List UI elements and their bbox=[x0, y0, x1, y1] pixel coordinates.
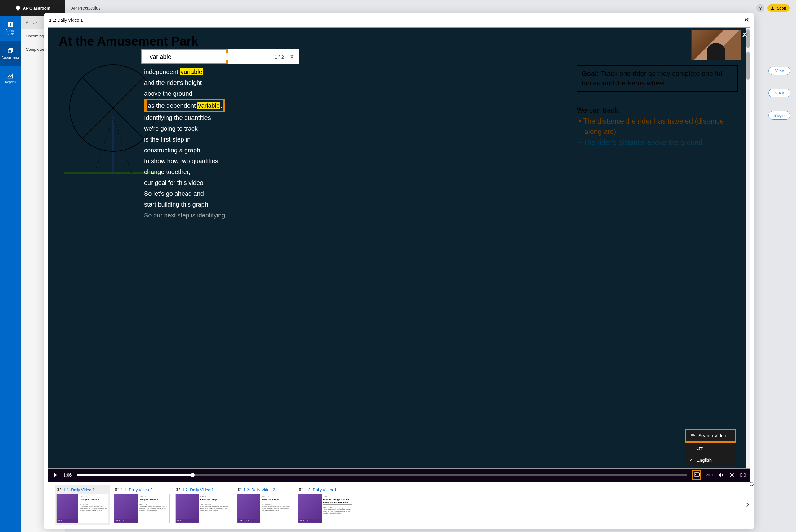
pip-close-button[interactable]: ✕ bbox=[741, 30, 748, 40]
thumb-image: AP Precalculus TOPIC 1.1Change In Tandem… bbox=[56, 494, 108, 523]
thumb-title: 1.2: Daily Video 1 bbox=[182, 488, 214, 492]
captions-menu: Search Video Off ✓English bbox=[685, 429, 736, 466]
nav-label: Course Guide bbox=[1, 29, 20, 36]
video-thumb[interactable]: 1.2: Daily Video 1 AP Precalculus TOPIC … bbox=[175, 487, 231, 523]
video-thumb[interactable]: 1.1: Daily Video 1 AP Precalculus TOPIC … bbox=[55, 485, 110, 525]
side-actions: View View Begin bbox=[769, 66, 791, 119]
user-name: Scott bbox=[777, 6, 786, 11]
video-thumbnails: 1.1: Daily Video 1 AP Precalculus TOPIC … bbox=[44, 481, 754, 529]
svg-rect-20 bbox=[741, 473, 745, 477]
thumb-image: AP Precalculus TOPIC 1.3Rates of Change … bbox=[298, 494, 354, 523]
audio-description-button[interactable]: AD bbox=[706, 472, 712, 478]
highlight: variable bbox=[180, 69, 203, 75]
rewatch-icon bbox=[749, 481, 754, 487]
stack-icon bbox=[7, 48, 14, 55]
nav-label: Assignments bbox=[2, 56, 19, 59]
cc-off[interactable]: Off bbox=[685, 442, 736, 454]
cc-label: Off bbox=[697, 445, 703, 451]
cc-button[interactable]: CC bbox=[692, 470, 702, 480]
nav-assignments[interactable]: Assignments bbox=[0, 41, 21, 65]
person-icon bbox=[114, 487, 119, 492]
video-controls: 1:06 CC AD bbox=[48, 469, 751, 481]
thumbs-next-button[interactable] bbox=[745, 502, 751, 509]
thumb-image: AP Precalculus TOPIC 1.1Change In Tandem… bbox=[114, 494, 170, 523]
highlight: variable bbox=[197, 102, 220, 109]
cc-label: Search Video bbox=[698, 433, 726, 438]
nav-label: Reports bbox=[5, 80, 16, 84]
progress-bar[interactable] bbox=[76, 474, 687, 476]
transcript-search-input[interactable] bbox=[150, 53, 228, 60]
view-button[interactable]: View bbox=[769, 66, 791, 75]
transcript: independent variable and the rider's hei… bbox=[141, 66, 265, 221]
person-icon bbox=[56, 487, 61, 492]
picture-in-picture[interactable] bbox=[691, 30, 741, 60]
left-nav: Course Guide Assignments Reports bbox=[0, 0, 21, 532]
play-button[interactable] bbox=[52, 472, 58, 478]
thumb-title: 1.1: Daily Video 2 bbox=[121, 488, 152, 492]
list-icon bbox=[690, 433, 695, 438]
modal-close-button[interactable]: ✕ bbox=[744, 16, 749, 24]
settings-button[interactable] bbox=[729, 472, 735, 478]
nav-reports[interactable]: Reports bbox=[0, 65, 21, 91]
svg-point-23 bbox=[176, 488, 178, 490]
video-time: 1:06 bbox=[63, 473, 72, 477]
view-button[interactable]: View bbox=[769, 89, 791, 97]
svg-text:AD: AD bbox=[706, 474, 710, 477]
transcript-search-box[interactable] bbox=[141, 49, 228, 64]
svg-text:CC: CC bbox=[695, 473, 699, 476]
begin-button[interactable]: Begin bbox=[769, 111, 791, 119]
cc-search-video[interactable]: Search Video bbox=[685, 429, 736, 442]
svg-point-0 bbox=[772, 6, 773, 8]
svg-point-19 bbox=[731, 474, 733, 476]
search-count: 1 / 2 bbox=[275, 54, 284, 59]
cc-label: English bbox=[697, 457, 712, 463]
svg-point-22 bbox=[115, 488, 116, 490]
acorn-icon bbox=[15, 5, 21, 11]
search-close-button[interactable]: ✕ bbox=[290, 53, 295, 60]
thumb-title: 1.1: Daily Video 1 bbox=[63, 488, 95, 492]
current-caption-line: as the dependent variable. bbox=[144, 99, 225, 112]
help-button[interactable]: ? bbox=[756, 4, 764, 12]
volume-button[interactable] bbox=[718, 472, 724, 478]
thumb-title: 1.2: Daily Video 2 bbox=[243, 488, 275, 492]
person-icon bbox=[175, 487, 180, 492]
course-title: AP Precalculus bbox=[71, 5, 101, 11]
captions-panel: 1 / 2 ✕ independent variable and the rid… bbox=[141, 49, 265, 221]
person-icon bbox=[770, 5, 775, 11]
user-chip[interactable]: Scott bbox=[767, 4, 790, 12]
fullscreen-button[interactable] bbox=[740, 472, 746, 478]
thumb-image: AP Precalculus TOPIC 1.2Rates of ChangeD… bbox=[175, 494, 231, 523]
cc-english[interactable]: ✓English bbox=[685, 454, 736, 466]
transcript-search-row: 1 / 2 ✕ bbox=[141, 49, 299, 64]
video-thumb[interactable]: 1.1: Daily Video 2 AP Precalculus TOPIC … bbox=[114, 487, 170, 523]
video-modal: 1.1: Daily Video 1 ✕ At the Amusement Pa… bbox=[44, 13, 754, 529]
svg-point-24 bbox=[238, 488, 239, 490]
svg-point-25 bbox=[299, 488, 300, 490]
video-player[interactable]: At the Amusement Park bbox=[48, 27, 751, 469]
person-icon bbox=[298, 487, 303, 492]
video-scrollbar[interactable] bbox=[746, 27, 750, 468]
map-icon bbox=[7, 21, 14, 28]
person-icon bbox=[237, 487, 242, 492]
main-area: AP Precalculus ? Scott View View Begin 1… bbox=[65, 0, 796, 532]
svg-point-21 bbox=[57, 488, 59, 490]
thumb-title: 1.3: Daily Video 1 bbox=[305, 488, 336, 492]
video-thumb[interactable]: 1.3: Daily Video 1 AP Precalculus TOPIC … bbox=[298, 487, 354, 523]
thumb-image: AP Precalculus TOPIC 1.2Rates of ChangeD… bbox=[237, 494, 293, 523]
chart-icon bbox=[7, 73, 14, 79]
nav-course-guide[interactable]: Course Guide bbox=[0, 16, 21, 41]
modal-title: 1.1: Daily Video 1 bbox=[49, 18, 83, 23]
video-thumb[interactable]: 1.2: Daily Video 2 AP Precalculus TOPIC … bbox=[237, 487, 293, 523]
brand-text: AP Classroom bbox=[23, 6, 51, 11]
